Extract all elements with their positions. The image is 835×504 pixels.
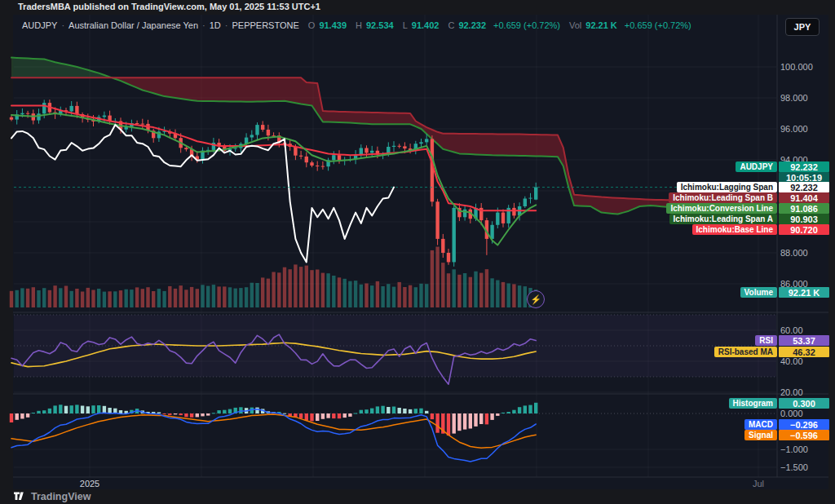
volume-bar <box>283 267 286 307</box>
candle-body <box>255 125 258 135</box>
macd-histogram-bar <box>190 413 193 418</box>
volume-bar <box>125 290 128 307</box>
candle-body <box>403 146 406 148</box>
macd-histogram-bar <box>53 405 56 413</box>
volume-bar <box>162 291 166 307</box>
close-label: C <box>448 20 454 30</box>
candle-body <box>70 106 73 112</box>
tradingview-snapshot: TradersMBA published on TradingView.com,… <box>0 0 835 504</box>
tradingview-wordmark[interactable]: TradingView <box>31 491 91 502</box>
candle-body <box>332 155 335 160</box>
volume-bar <box>507 284 510 308</box>
volume-bar <box>48 290 51 307</box>
macd-histogram-bar <box>108 408 111 413</box>
volume-bar <box>206 286 210 307</box>
ichimoku-base-line-label: Ichimoku:Base Line <box>692 224 777 235</box>
volume-bar <box>10 291 13 307</box>
volume-bar <box>348 281 351 307</box>
macd-histogram-bar <box>212 413 215 413</box>
volume-bar <box>326 273 329 307</box>
volume-bar <box>496 281 499 308</box>
macd-histogram-bar <box>479 413 483 424</box>
candle-body <box>496 213 499 225</box>
volume-bar <box>212 285 215 307</box>
macd-histogram-bar <box>59 405 62 413</box>
macd-label: MACD <box>744 419 777 430</box>
tradingview-logo-icon[interactable] <box>13 490 25 502</box>
signal-value: −0.596 <box>779 430 829 440</box>
ichimoku-lagging-span-label: Ichimoku:Lagging Span <box>677 182 777 192</box>
axis-tick-label: −1.500 <box>780 462 808 472</box>
change-value: +0.659 (+0.72%) <box>493 20 560 30</box>
volume-bar <box>463 273 466 307</box>
volume-bar <box>75 289 78 307</box>
macd-histogram-bar <box>398 408 401 413</box>
macd-histogram-bar <box>381 406 384 413</box>
candle-body <box>10 117 13 120</box>
macd-histogram-bar <box>97 405 100 413</box>
macd-histogram-bar <box>201 413 204 416</box>
volume-bar <box>245 287 248 307</box>
macd-histogram-bar <box>474 413 477 427</box>
currency-toggle-button[interactable]: JPY <box>785 18 820 36</box>
macd-histogram-bar <box>239 407 242 413</box>
volume-bar <box>179 285 183 307</box>
high-label: H <box>356 20 362 30</box>
macd-histogram-bar <box>343 413 347 418</box>
chart-canvas[interactable] <box>0 0 835 504</box>
volume-bar <box>387 284 390 307</box>
volume-bar <box>103 292 106 307</box>
volume-bar <box>108 291 111 307</box>
volume-bar <box>184 290 188 307</box>
ichimoku-base-line-value: 90.720 <box>779 224 829 235</box>
volume-bar <box>37 290 40 307</box>
volume-bar <box>343 279 347 307</box>
macd-histogram-bar <box>457 413 461 431</box>
macd-histogram-bar <box>15 413 19 420</box>
volume-bar <box>130 290 133 307</box>
volume-bar <box>113 291 117 307</box>
rsi-label: RSI <box>755 335 777 346</box>
open-label: O <box>308 20 316 30</box>
low-label: L <box>403 20 408 30</box>
volume-bar <box>305 266 308 307</box>
macd-histogram-bar <box>316 413 319 421</box>
volume-change: +0.659 (+0.72%) <box>625 20 691 30</box>
publish-banner: TradersMBA published on TradingView.com,… <box>18 2 320 11</box>
volume-bar <box>435 247 439 308</box>
volume-bar <box>381 286 384 307</box>
macd-histogram-bar <box>507 412 510 413</box>
volume-bar <box>441 263 444 307</box>
macd-histogram-bar <box>20 413 24 419</box>
macd-histogram-bar <box>338 413 341 418</box>
separator: · <box>61 20 64 30</box>
volume-bar <box>316 270 319 308</box>
ichimoku-lagging-span-value: 92.232 <box>779 182 829 192</box>
signal-label: Signal <box>744 430 777 440</box>
macd-histogram-bar <box>184 413 188 417</box>
macd-histogram-bar <box>255 408 258 413</box>
ichimoku-cloud <box>11 58 115 79</box>
volume-bar <box>289 269 292 307</box>
symbol-name[interactable]: AUDJPY <box>22 20 57 30</box>
footer-bar: TradingView <box>13 490 91 502</box>
candle-body <box>135 123 139 124</box>
chart-legend: AUDJPY · Australian Dollar / Japanese Ye… <box>22 20 691 30</box>
macd-histogram-bar <box>360 410 363 413</box>
candle-body <box>528 198 532 199</box>
macd-histogram-bar <box>524 405 527 413</box>
candle-body <box>431 139 434 201</box>
macd-histogram-bar <box>354 413 357 414</box>
audjpy-price-label: AUDJPY <box>736 161 777 172</box>
ichimoku-leading-span-b-label: Ichimoku:Leading Span B <box>669 192 777 203</box>
volume-bar <box>490 278 493 307</box>
rsi-ma-value: 46.32 <box>779 347 829 357</box>
interval-label[interactable]: 1D <box>210 20 221 30</box>
macd-histogram-bar <box>463 413 466 430</box>
macd-histogram-bar <box>332 413 335 418</box>
boost-lightning-icon[interactable]: ⚡ <box>527 290 545 308</box>
volume-bar <box>91 290 95 308</box>
macd-histogram-bar <box>283 413 286 414</box>
candle-body <box>419 142 422 144</box>
volume-bar <box>474 272 477 307</box>
